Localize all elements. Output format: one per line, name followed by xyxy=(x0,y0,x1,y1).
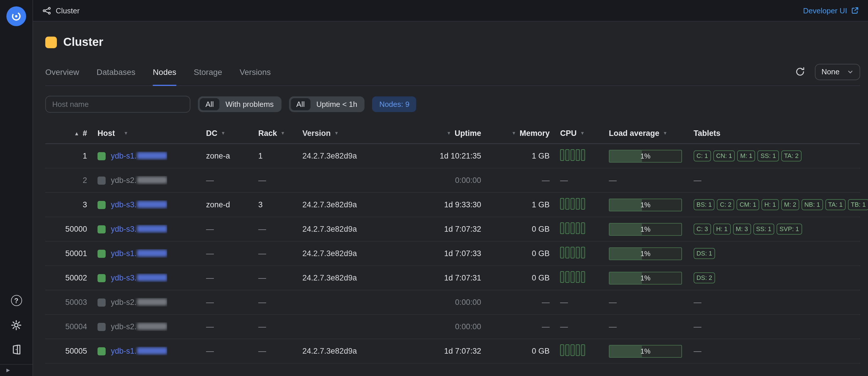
host-link[interactable]: ydb-s3. xyxy=(111,225,167,233)
status-green-icon xyxy=(97,250,105,258)
node-id: 50005 xyxy=(45,347,87,355)
ydb-logo[interactable] xyxy=(6,6,26,26)
uptime-filter: AllUptime < 1h xyxy=(289,96,365,112)
cpu-core-bar xyxy=(581,198,585,210)
autorefresh-select[interactable]: None xyxy=(815,64,860,80)
uptime-filter-option-uptime-1h[interactable]: Uptime < 1h xyxy=(311,98,363,110)
tab-versions[interactable]: Versions xyxy=(240,58,271,85)
cpu-core-bar xyxy=(565,247,569,258)
load-value: 1% xyxy=(610,199,681,210)
column-header--[interactable]: ▲# xyxy=(45,129,87,138)
column-header-load-average[interactable]: Load average▼ xyxy=(606,129,688,138)
tab-nodes[interactable]: Nodes xyxy=(153,58,177,85)
host-cell: ydb-s1. xyxy=(87,151,206,160)
tablet-badge: H: 1 xyxy=(762,199,779,210)
tablet-badge: CN: 1 xyxy=(713,150,735,162)
uptime-cell: 1d 10:21:35 xyxy=(430,151,481,160)
exit-door-icon[interactable] xyxy=(10,343,23,356)
memory-cell: — xyxy=(481,176,550,185)
host-link[interactable]: ydb-s3. xyxy=(111,200,167,209)
host-link[interactable]: ydb-s1. xyxy=(111,249,167,258)
cpu-cell: — xyxy=(550,322,606,331)
refresh-button[interactable] xyxy=(793,65,807,79)
uptime-filter-option-all[interactable]: All xyxy=(290,98,311,110)
load-cell: — xyxy=(606,298,688,307)
memory-cell: — xyxy=(481,322,550,331)
tablet-badge: DS: 2 xyxy=(693,272,715,283)
tabs-right-controls: None xyxy=(793,64,860,80)
tab-databases[interactable]: Databases xyxy=(97,58,135,85)
host-link: ydb-s2. xyxy=(111,322,167,331)
top-bar: Cluster Developer UI xyxy=(33,0,868,22)
cpu-core-bar xyxy=(570,223,575,234)
cpu-core-bar xyxy=(576,247,580,258)
status-green-icon xyxy=(97,225,105,233)
memory-cell: 0 GB xyxy=(481,225,550,233)
memory-cell: 0 GB xyxy=(481,273,550,282)
cpu-core-bar xyxy=(570,149,575,161)
settings-gear-icon[interactable] xyxy=(10,319,23,331)
help-icon[interactable]: ? xyxy=(10,294,23,307)
column-header-version[interactable]: Version▼ xyxy=(302,129,430,138)
sidebar: ? ▶ xyxy=(0,0,33,376)
problems-filter-option-with-problems[interactable]: With problems xyxy=(220,98,279,110)
tablet-badge: TA: 2 xyxy=(781,150,802,162)
node-id: 50002 xyxy=(45,273,87,282)
memory-cell: 0 GB xyxy=(481,249,550,258)
rack-cell: — xyxy=(258,298,302,307)
dc-cell: — xyxy=(206,273,258,282)
breadcrumb[interactable]: Cluster xyxy=(42,6,80,15)
uptime-cell: 0:00:00 xyxy=(430,298,481,307)
sidebar-expand-icon[interactable]: ▶ xyxy=(6,368,10,373)
cpu-core-bar xyxy=(560,247,564,258)
host-link[interactable]: ydb-s1. xyxy=(111,151,167,160)
dc-cell: — xyxy=(206,298,258,307)
host-redacted xyxy=(137,176,167,183)
tablets-cell: — xyxy=(688,347,860,355)
load-value: 1% xyxy=(610,248,681,259)
problems-filter: AllWith problems xyxy=(198,96,281,112)
tablets-cell: — xyxy=(688,298,860,307)
column-header-uptime[interactable]: ▼Uptime xyxy=(430,129,481,138)
table-row: 3ydb-s3.zone-d324.2.7.3e82d9a1d 9:33:301… xyxy=(45,193,860,217)
host-redacted xyxy=(137,201,167,208)
column-header-memory[interactable]: ▼Memory xyxy=(481,129,550,138)
dc-cell: — xyxy=(206,322,258,331)
nodes-count-badge: Nodes: 9 xyxy=(372,96,416,112)
host-link[interactable]: ydb-s3. xyxy=(111,273,167,282)
column-label: # xyxy=(83,129,87,138)
column-header-rack[interactable]: Rack▼ xyxy=(258,129,302,138)
load-average-bar: 1% xyxy=(609,247,682,260)
tablets-cell: C: 1CN: 1M: 1SS: 1TA: 2 xyxy=(688,150,860,162)
sort-icon: ▼ xyxy=(663,131,668,136)
sort-icon: ▼ xyxy=(281,131,285,136)
rack-cell: — xyxy=(258,176,302,185)
rack-cell: — xyxy=(258,225,302,233)
column-header-tablets[interactable]: Tablets xyxy=(688,129,860,138)
column-header-host[interactable]: Host▼ xyxy=(87,129,206,138)
gear-icon xyxy=(10,319,22,331)
table-row: 50003ydb-s2.——0:00:00———— xyxy=(45,290,860,315)
sort-icon: ▼ xyxy=(221,131,225,136)
uptime-cell: 1d 7:07:31 xyxy=(430,273,481,282)
sort-icon: ▼ xyxy=(124,131,128,136)
cpu-cell: — xyxy=(550,298,606,307)
tab-overview[interactable]: Overview xyxy=(45,58,79,85)
load-value: 1% xyxy=(610,223,681,235)
host-redacted xyxy=(137,347,167,354)
host-name-input[interactable] xyxy=(45,96,190,113)
status-gray-icon xyxy=(97,323,105,331)
cpu-bars xyxy=(560,247,585,258)
tab-storage[interactable]: Storage xyxy=(194,58,222,85)
cpu-core-bar xyxy=(576,344,580,356)
status-green-icon xyxy=(97,347,105,355)
refresh-icon xyxy=(795,67,805,77)
developer-ui-link[interactable]: Developer UI xyxy=(803,6,859,15)
problems-filter-option-all[interactable]: All xyxy=(200,98,220,110)
cpu-core-bar xyxy=(581,223,585,234)
page-title-label: Cluster xyxy=(63,35,103,49)
column-header-dc[interactable]: DC▼ xyxy=(206,129,258,138)
column-header-cpu[interactable]: CPU▼ xyxy=(550,129,606,138)
host-link[interactable]: ydb-s1. xyxy=(111,347,167,355)
load-average-bar: 1% xyxy=(609,271,682,284)
